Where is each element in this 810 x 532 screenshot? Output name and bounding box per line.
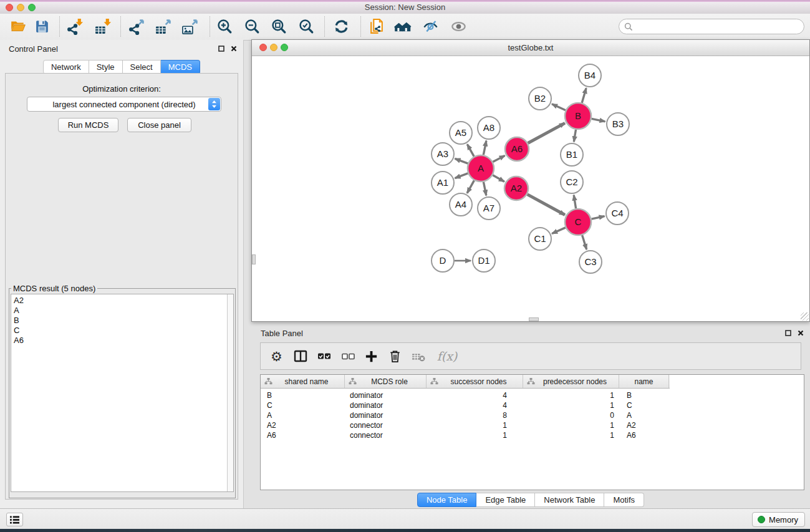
mcds-result-list[interactable]: A2ABCA6 <box>11 294 234 492</box>
result-item-A6[interactable]: A6 <box>14 336 233 346</box>
table-row[interactable]: Bdominator41B <box>261 390 804 400</box>
search-icon <box>624 22 633 31</box>
deselect-all-icon[interactable] <box>340 349 355 364</box>
zoom-selected-icon[interactable] <box>297 17 316 36</box>
network-canvas[interactable]: B4B2BB3A8A5A6A3B1AC2A1A2A4A7C4CC1C3DD1 <box>252 56 809 322</box>
column-header-MCDS-role[interactable]: MCDS role <box>345 375 427 388</box>
function-builder-icon[interactable]: f(x) <box>435 349 460 364</box>
tab-network-table[interactable]: Network Table <box>535 493 604 507</box>
result-item-A[interactable]: A <box>14 306 233 316</box>
edge-C-C1[interactable] <box>552 228 566 234</box>
run-mcds-button[interactable]: Run MCDS <box>58 118 118 132</box>
delete-row-icon[interactable] <box>387 349 403 364</box>
cell: connector <box>345 431 427 440</box>
zoom-out-icon[interactable] <box>243 17 261 36</box>
zoom-fit-icon[interactable] <box>269 17 288 36</box>
canvas-bottom-scrollbar[interactable] <box>529 317 539 321</box>
tab-network[interactable]: Network <box>43 60 89 74</box>
edge-A-A3[interactable] <box>455 158 468 163</box>
edge-A-A2[interactable] <box>493 175 504 181</box>
cell: 1 <box>427 431 523 440</box>
edge-C-C2[interactable] <box>574 195 576 209</box>
table-settings-icon[interactable]: ⚙ <box>269 349 284 364</box>
search-box[interactable] <box>619 19 804 34</box>
edge-A-A8[interactable] <box>483 141 486 155</box>
cell: A2 <box>619 421 669 430</box>
result-scrollbar[interactable] <box>227 294 233 491</box>
tab-style[interactable]: Style <box>89 60 123 74</box>
optimization-criterion-dropdown[interactable]: largest connected component (directed) <box>27 97 221 112</box>
float-panel-icon[interactable] <box>218 46 224 52</box>
add-row-icon[interactable] <box>364 349 379 364</box>
edge-A-A4[interactable] <box>467 180 474 193</box>
edge-B-B3[interactable] <box>592 118 605 121</box>
birds-eye-view-icon[interactable] <box>449 17 468 36</box>
edge-A-A7[interactable] <box>483 182 486 196</box>
edge-C-C3[interactable] <box>582 235 587 249</box>
edge-A-A5[interactable] <box>467 144 474 157</box>
tab-edge-table[interactable]: Edge Table <box>476 493 535 507</box>
network-close-icon[interactable] <box>259 44 267 51</box>
export-table-icon[interactable] <box>153 17 172 36</box>
column-fit-icon[interactable] <box>292 349 308 364</box>
column-header-successor-nodes[interactable]: successor nodes <box>427 375 523 388</box>
node-label-A6: A6 <box>511 143 523 154</box>
node-label-B3: B3 <box>612 118 624 129</box>
column-header-shared-name[interactable]: shared name <box>261 375 345 388</box>
edge-B-B4[interactable] <box>582 88 586 103</box>
table-row[interactable]: Adominator80A <box>261 410 804 420</box>
result-item-B[interactable]: B <box>14 316 233 326</box>
delete-table-icon[interactable] <box>411 349 427 364</box>
column-header-predecessor-nodes[interactable]: predecessor nodes <box>523 375 619 388</box>
open-session-icon[interactable] <box>9 17 27 36</box>
edge-A6-B[interactable] <box>528 123 565 143</box>
edge-A-A6[interactable] <box>493 155 504 162</box>
node-label-C: C <box>575 216 582 227</box>
edge-B-B1[interactable] <box>574 130 576 142</box>
status-bar: Memory <box>0 508 810 529</box>
close-panel-icon[interactable] <box>231 46 237 52</box>
edge-C-C4[interactable] <box>592 216 605 220</box>
toggle-graphics-details-icon[interactable] <box>421 17 440 36</box>
task-history-button[interactable] <box>6 513 23 526</box>
cell: B <box>261 391 345 400</box>
clone-network-icon[interactable] <box>367 17 386 36</box>
table-row[interactable]: A2connector11A2 <box>261 420 804 430</box>
table-row[interactable]: A6connector11A6 <box>261 430 804 440</box>
close-table-panel-icon[interactable] <box>798 330 804 336</box>
import-table-icon[interactable] <box>93 17 112 36</box>
export-image-icon[interactable] <box>180 17 199 36</box>
cell: 4 <box>427 401 523 410</box>
toolbar-separator <box>360 16 361 37</box>
home-view-icon[interactable] <box>393 17 412 36</box>
canvas-left-scrollbar[interactable] <box>252 254 256 264</box>
tab-node-table[interactable]: Node Table <box>417 493 477 507</box>
select-all-icon[interactable] <box>316 349 332 364</box>
column-header-name[interactable]: name <box>619 375 669 388</box>
table-row[interactable]: Cdominator41C <box>261 400 804 410</box>
tab-select[interactable]: Select <box>123 60 161 74</box>
search-input[interactable] <box>633 21 799 32</box>
cell: 1 <box>523 401 619 410</box>
import-network-icon[interactable] <box>65 17 84 36</box>
network-window-titlebar[interactable]: testGlobe.txt <box>252 40 809 56</box>
edge-A-A1[interactable] <box>455 173 468 178</box>
network-zoom-icon[interactable] <box>281 44 288 51</box>
tab-mcds[interactable]: MCDS <box>161 60 200 74</box>
tab-motifs[interactable]: Motifs <box>604 493 644 507</box>
network-minimize-icon[interactable] <box>270 44 277 51</box>
node-label-C1: C1 <box>534 233 546 244</box>
close-panel-button[interactable]: Close panel <box>127 118 191 132</box>
edge-B-B2[interactable] <box>552 104 566 110</box>
result-item-C[interactable]: C <box>14 326 233 336</box>
edge-A2-C[interactable] <box>528 195 565 215</box>
export-network-icon[interactable] <box>127 17 145 36</box>
memory-button[interactable]: Memory <box>752 512 805 527</box>
window-resize-grip[interactable] <box>801 312 809 321</box>
float-table-panel-icon[interactable] <box>785 330 791 336</box>
result-item-A2[interactable]: A2 <box>14 296 233 306</box>
save-session-icon[interactable] <box>32 17 51 36</box>
zoom-in-icon[interactable] <box>215 17 234 36</box>
refresh-network-icon[interactable] <box>332 17 350 36</box>
node-label-A2: A2 <box>511 183 522 193</box>
